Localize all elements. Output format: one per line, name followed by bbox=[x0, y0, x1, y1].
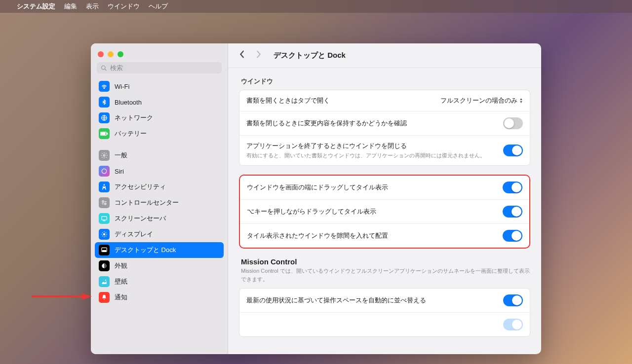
toolbar: デスクトップと Dock bbox=[228, 43, 541, 68]
minimize-button[interactable] bbox=[108, 51, 114, 57]
row-label bbox=[246, 321, 495, 328]
chevron-updown-icon: ▲▼ bbox=[519, 98, 523, 104]
network-icon bbox=[99, 112, 110, 123]
svg-point-0 bbox=[102, 66, 106, 70]
sidebar-item-accessibility[interactable]: アクセシビリティ bbox=[95, 179, 224, 195]
row-label: 最新の使用状況に基づいて操作スペースを自動的に並べ替える bbox=[246, 296, 495, 305]
row-label: ⌥キーを押しながらドラッグしてタイル表示 bbox=[247, 207, 495, 216]
svg-rect-5 bbox=[107, 133, 107, 135]
row-label: 書類を開くときはタブで開く bbox=[246, 96, 433, 105]
menu-help[interactable]: ヘルプ bbox=[149, 2, 168, 11]
svg-point-12 bbox=[105, 203, 107, 205]
svg-marker-22 bbox=[82, 293, 92, 300]
toggle-confirm-changes[interactable] bbox=[503, 117, 523, 129]
content-pane: デスクトップと Dock ウインドウ 書類を開くときはタブで開く フルスクリーン… bbox=[228, 43, 541, 354]
sidebar-item-label: 一般 bbox=[115, 151, 127, 160]
menu-edit[interactable]: 編集 bbox=[64, 2, 77, 11]
sidebar-item-general[interactable]: 一般 bbox=[95, 147, 224, 163]
appearance-icon bbox=[99, 260, 110, 271]
sidebar-item-wifi[interactable]: Wi-Fi bbox=[95, 78, 224, 94]
settings-group-mission-control: 最新の使用状況に基づいて操作スペースを自動的に並べ替える bbox=[239, 288, 530, 337]
sidebar: Wi-Fi Bluetooth ネットワーク バッテリー 一般 Siri bbox=[91, 43, 228, 354]
siri-icon bbox=[99, 166, 110, 177]
sidebar-item-siri[interactable]: Siri bbox=[95, 163, 224, 179]
toggle-tile-option-drag[interactable] bbox=[503, 206, 522, 218]
close-button[interactable] bbox=[98, 51, 104, 57]
search-field[interactable] bbox=[97, 62, 222, 73]
svg-rect-18 bbox=[103, 251, 106, 252]
sidebar-item-wallpaper[interactable]: 壁紙 bbox=[95, 274, 224, 290]
menu-window[interactable]: ウインドウ bbox=[108, 2, 140, 11]
page-title: デスクトップと Dock bbox=[274, 51, 346, 60]
gear-icon bbox=[99, 150, 110, 161]
sidebar-item-label: Siri bbox=[115, 168, 124, 175]
sidebar-item-label: コントロールセンター bbox=[115, 198, 179, 207]
select-value: フルスクリーンの場合のみ bbox=[440, 96, 517, 105]
menu-view[interactable]: 表示 bbox=[86, 2, 99, 11]
sidebar-item-appearance[interactable]: 外観 bbox=[95, 258, 224, 274]
sidebar-item-desktop-dock[interactable]: デスクトップと Dock bbox=[95, 242, 224, 258]
svg-point-10 bbox=[102, 201, 104, 203]
sidebar-item-display[interactable]: ディスプレイ bbox=[95, 226, 224, 242]
row-confirm-changes: 書類を閉じるときに変更内容を保持するかどうかを確認 bbox=[239, 111, 530, 136]
nav-forward-button[interactable] bbox=[254, 49, 264, 62]
sidebar-item-label: 外観 bbox=[115, 261, 127, 270]
toggle-tile-margins[interactable] bbox=[503, 230, 522, 242]
row-label: タイル表示されたウインドウを隙間を入れて配置 bbox=[247, 231, 495, 240]
content-body[interactable]: ウインドウ 書類を開くときはタブで開く フルスクリーンの場合のみ ▲▼ 書類を閉… bbox=[228, 68, 541, 354]
toggle-auto-rearrange-spaces[interactable] bbox=[503, 294, 523, 306]
sidebar-item-label: アクセシビリティ bbox=[115, 182, 166, 191]
select-open-tabs[interactable]: フルスクリーンの場合のみ ▲▼ bbox=[440, 96, 523, 105]
sidebar-item-battery[interactable]: バッテリー bbox=[95, 126, 224, 142]
sidebar-item-label: Bluetooth bbox=[115, 99, 142, 106]
sidebar-item-bluetooth[interactable]: Bluetooth bbox=[95, 94, 224, 110]
sidebar-item-label: スクリーンセーバ bbox=[115, 214, 166, 223]
row-label: アプリケーションを終了するときにウインドウを閉じる bbox=[246, 142, 495, 150]
settings-window: Wi-Fi Bluetooth ネットワーク バッテリー 一般 Siri bbox=[91, 43, 541, 354]
nav-back-button[interactable] bbox=[237, 49, 247, 62]
row-tile-option-drag: ⌥キーを押しながらドラッグしてタイル表示 bbox=[240, 200, 529, 224]
app-name[interactable]: システム設定 bbox=[17, 2, 55, 11]
sidebar-item-label: バッテリー bbox=[115, 129, 147, 138]
toggle-truncated[interactable] bbox=[503, 319, 523, 330]
screensaver-icon bbox=[99, 213, 110, 224]
row-truncated bbox=[239, 313, 530, 336]
annotation-arrow-icon bbox=[31, 292, 92, 301]
menubar: システム設定 編集 表示 ウインドウ ヘルプ bbox=[0, 0, 632, 13]
battery-icon bbox=[99, 128, 110, 139]
wifi-icon bbox=[99, 81, 110, 92]
row-open-tabs: 書類を開くときはタブで開く フルスクリーンの場合のみ ▲▼ bbox=[239, 90, 530, 111]
sidebar-item-label: 壁紙 bbox=[115, 277, 127, 286]
svg-point-8 bbox=[102, 169, 106, 173]
sidebar-list: Wi-Fi Bluetooth ネットワーク バッテリー 一般 Siri bbox=[91, 78, 228, 354]
fullscreen-button[interactable] bbox=[118, 51, 123, 57]
sidebar-item-label: デスクトップと Dock bbox=[115, 246, 176, 255]
sidebar-item-label: 通知 bbox=[115, 293, 127, 302]
toggle-close-windows-on-quit[interactable] bbox=[503, 145, 523, 156]
sidebar-item-label: Wi-Fi bbox=[115, 83, 129, 90]
row-close-windows-on-quit: アプリケーションを終了するときにウインドウを閉じる 有効にすると、開いていた書類… bbox=[239, 136, 530, 165]
row-tile-margins: タイル表示されたウインドウを隙間を入れて配置 bbox=[240, 224, 529, 248]
sidebar-item-screensaver[interactable]: スクリーンセーバ bbox=[95, 211, 224, 226]
svg-rect-6 bbox=[101, 133, 105, 135]
row-description: 有効にすると、開いていた書類とウインドウは、アプリケーションの再開時には復元され… bbox=[246, 152, 495, 159]
bluetooth-icon bbox=[99, 97, 110, 108]
section-description-mission-control: Mission Control では、開いているウインドウとフルスクリーンアプリ… bbox=[241, 267, 530, 283]
display-icon bbox=[99, 229, 110, 240]
desktop-dock-icon bbox=[99, 245, 110, 255]
section-heading-mission-control: Mission Control bbox=[241, 257, 530, 266]
svg-point-20 bbox=[105, 280, 106, 281]
svg-line-1 bbox=[105, 69, 106, 70]
toggle-tile-drag-edge[interactable] bbox=[503, 182, 522, 193]
settings-group-window: 書類を開くときはタブで開く フルスクリーンの場合のみ ▲▼ 書類を閉じるときに変… bbox=[239, 90, 530, 166]
sidebar-item-label: ディスプレイ bbox=[115, 230, 153, 239]
sidebar-item-network[interactable]: ネットワーク bbox=[95, 110, 224, 126]
svg-rect-14 bbox=[102, 217, 107, 220]
row-auto-rearrange-spaces: 最新の使用状況に基づいて操作スペースを自動的に並べ替える bbox=[239, 289, 530, 313]
search-icon bbox=[101, 65, 107, 72]
notifications-icon bbox=[99, 292, 110, 303]
search-input[interactable] bbox=[110, 64, 218, 72]
sidebar-item-notifications[interactable]: 通知 bbox=[95, 290, 224, 305]
sidebar-item-control-center[interactable]: コントロールセンター bbox=[95, 195, 224, 211]
section-label-window: ウインドウ bbox=[241, 77, 530, 86]
